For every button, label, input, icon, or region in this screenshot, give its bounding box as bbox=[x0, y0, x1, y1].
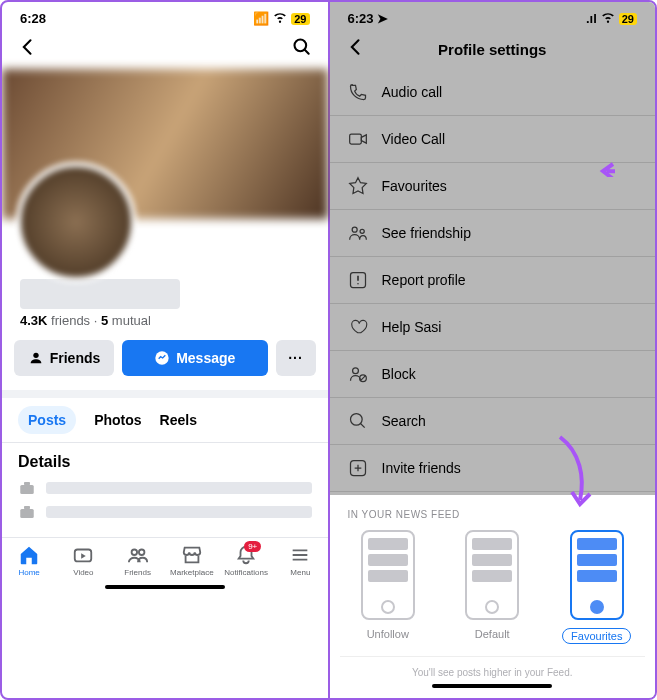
bottom-nav: Home Video Friends Marketplace 9+ Notifi… bbox=[2, 537, 328, 581]
option-unfollow[interactable]: Unfollow bbox=[340, 530, 437, 644]
wifi-icon bbox=[601, 10, 615, 27]
feed-options: Unfollow Default Favourites bbox=[340, 530, 646, 644]
setting-search[interactable]: Search bbox=[330, 398, 656, 445]
setting-block[interactable]: Block bbox=[330, 351, 656, 398]
battery-indicator: 29 bbox=[291, 13, 309, 25]
invite-icon bbox=[348, 458, 368, 478]
svg-point-11 bbox=[352, 227, 357, 232]
nav-menu[interactable]: Menu bbox=[273, 544, 327, 577]
details-section: Details bbox=[2, 443, 328, 537]
phone-settings: 6:23 ➤ .ıl 29 Profile settings Audio cal… bbox=[330, 2, 656, 698]
setting-favourites[interactable]: Favourites bbox=[330, 163, 656, 210]
nav-notifications[interactable]: 9+ Notifications bbox=[219, 544, 273, 577]
action-row: Friends Message ··· bbox=[2, 340, 328, 390]
svg-point-1 bbox=[33, 353, 38, 358]
tab-photos[interactable]: Photos bbox=[94, 406, 141, 434]
phone-icon bbox=[348, 82, 368, 102]
block-icon bbox=[348, 364, 368, 384]
message-button[interactable]: Message bbox=[122, 340, 268, 376]
svg-rect-10 bbox=[349, 134, 361, 144]
signal-icon: 📶 bbox=[253, 11, 269, 26]
phone-preview-icon bbox=[361, 530, 415, 620]
details-heading: Details bbox=[18, 453, 312, 471]
setting-video-call[interactable]: Video Call bbox=[330, 116, 656, 163]
friends-count: 4.3K bbox=[20, 313, 47, 328]
search-icon bbox=[348, 411, 368, 431]
notification-badge: 9+ bbox=[244, 541, 261, 552]
back-button[interactable] bbox=[18, 37, 38, 61]
settings-content: Audio call Video Call Favourites See fri… bbox=[330, 69, 656, 698]
svg-rect-6 bbox=[24, 506, 30, 509]
option-default[interactable]: Default bbox=[444, 530, 541, 644]
home-indicator[interactable] bbox=[432, 684, 552, 688]
svg-rect-3 bbox=[20, 485, 34, 494]
signal-icon: .ıl bbox=[586, 11, 597, 26]
svg-point-14 bbox=[352, 368, 358, 374]
phone-profile: 6:28 📶 29 4.3K friends · 5 mutual Friend… bbox=[2, 2, 330, 698]
report-icon bbox=[348, 270, 368, 290]
heart-icon bbox=[348, 317, 368, 337]
profile-stats: 4.3K friends · 5 mutual bbox=[20, 313, 310, 328]
settings-list: Audio call Video Call Favourites See fri… bbox=[330, 69, 656, 495]
phone-preview-icon bbox=[465, 530, 519, 620]
setting-audio-call[interactable]: Audio call bbox=[330, 69, 656, 116]
setting-invite-friends[interactable]: Invite friends bbox=[330, 445, 656, 492]
svg-rect-4 bbox=[24, 482, 30, 485]
tab-posts[interactable]: Posts bbox=[18, 406, 76, 434]
status-time: 6:23 ➤ bbox=[348, 11, 389, 26]
star-icon bbox=[348, 176, 368, 196]
nav-friends[interactable]: Friends bbox=[111, 544, 165, 577]
tab-reels[interactable]: Reels bbox=[160, 406, 197, 434]
mutual-count: 5 bbox=[101, 313, 108, 328]
setting-help[interactable]: Help Sasi bbox=[330, 304, 656, 351]
nav-home[interactable]: Home bbox=[2, 544, 56, 577]
nav-video[interactable]: Video bbox=[56, 544, 110, 577]
svg-rect-5 bbox=[20, 509, 34, 518]
phone-preview-icon bbox=[570, 530, 624, 620]
detail-row bbox=[18, 503, 312, 521]
status-bar: 6:23 ➤ .ıl 29 bbox=[330, 2, 656, 29]
battery-indicator: 29 bbox=[619, 13, 637, 25]
briefcase-icon bbox=[18, 503, 36, 521]
profile-avatar[interactable] bbox=[16, 162, 136, 282]
sheet-footnote: You'll see posts higher in your Feed. bbox=[340, 656, 646, 678]
status-time: 6:28 bbox=[20, 11, 46, 26]
status-right: .ıl 29 bbox=[586, 10, 637, 27]
wifi-icon bbox=[273, 10, 287, 27]
video-icon bbox=[348, 129, 368, 149]
annotation-arrow-icon bbox=[595, 157, 615, 177]
more-options-button[interactable]: ··· bbox=[276, 340, 316, 376]
friends-button[interactable]: Friends bbox=[14, 340, 114, 376]
setting-see-friendship[interactable]: See friendship bbox=[330, 210, 656, 257]
profile-name bbox=[20, 279, 180, 309]
search-button[interactable] bbox=[292, 37, 312, 61]
friends-icon bbox=[348, 223, 368, 243]
top-bar: Profile settings bbox=[330, 29, 656, 69]
page-title: Profile settings bbox=[366, 41, 620, 58]
svg-point-9 bbox=[139, 550, 145, 556]
svg-point-8 bbox=[131, 550, 137, 556]
home-indicator[interactable] bbox=[105, 585, 225, 589]
briefcase-icon bbox=[18, 479, 36, 497]
sheet-label: IN YOUR NEWS FEED bbox=[348, 509, 638, 520]
news-feed-sheet: IN YOUR NEWS FEED Unfollow Default Favou… bbox=[330, 495, 656, 698]
top-bar bbox=[2, 29, 328, 69]
status-bar: 6:28 📶 29 bbox=[2, 2, 328, 29]
nav-marketplace[interactable]: Marketplace bbox=[165, 544, 219, 577]
detail-row bbox=[18, 479, 312, 497]
setting-report-profile[interactable]: Report profile bbox=[330, 257, 656, 304]
svg-point-16 bbox=[350, 414, 362, 426]
status-right: 📶 29 bbox=[253, 10, 309, 27]
option-favourites[interactable]: Favourites bbox=[549, 530, 646, 644]
back-button[interactable] bbox=[346, 37, 366, 61]
profile-tabs: Posts Photos Reels bbox=[2, 390, 328, 443]
svg-point-12 bbox=[360, 229, 364, 233]
